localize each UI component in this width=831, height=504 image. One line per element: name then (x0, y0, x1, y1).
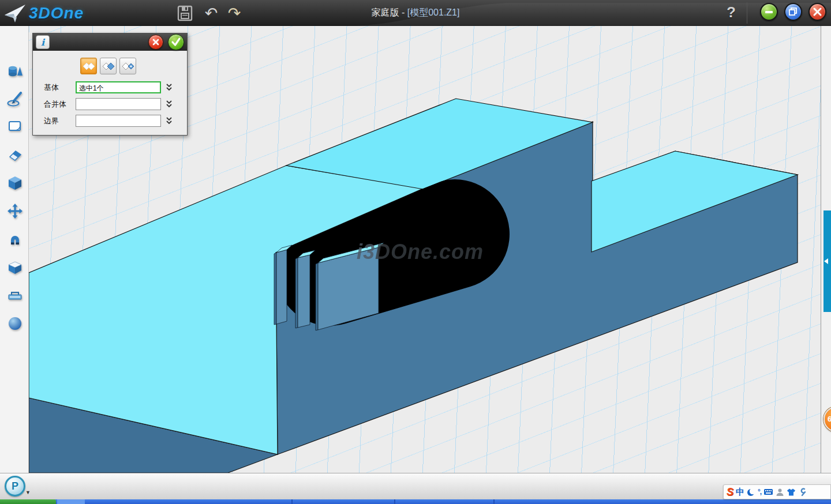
double-chevron-down-icon (165, 82, 173, 92)
app-window: 3DOne ↶ ↷ 家庭版 - [模型001.Z1] ? (0, 0, 831, 504)
dialog-row-base: 基体 选中1个 (38, 81, 182, 93)
boolean-intersect-icon (121, 61, 135, 72)
move-icon (7, 203, 23, 219)
magnet-icon (7, 231, 23, 247)
boolean-dialog: i (32, 33, 188, 136)
sphere-icon (7, 315, 23, 332)
shirt-icon[interactable] (787, 488, 796, 497)
titlebar-divider (747, 2, 747, 24)
window-title-document: [模型001.Z1] (407, 7, 460, 17)
taskbar-divider (394, 499, 395, 504)
minimize-button[interactable] (760, 3, 778, 21)
cancel-x-icon (151, 37, 160, 47)
restore-button[interactable] (784, 3, 802, 21)
redo-button[interactable]: ↷ (224, 4, 244, 22)
fin2-front-face (298, 255, 310, 328)
measure-icon (7, 287, 23, 303)
redo-icon: ↷ (228, 6, 241, 21)
boolean-mode-buttons (80, 58, 182, 74)
double-chevron-down-icon (165, 99, 173, 109)
measure-button[interactable] (5, 285, 25, 305)
save-icon (177, 5, 193, 21)
window-title-edition: 家庭版 - (372, 7, 407, 17)
save-button[interactable] (175, 4, 194, 22)
boundary-expand-button[interactable] (165, 116, 173, 126)
titlebar: 3DOne ↶ ↷ 家庭版 - [模型001.Z1] ? (0, 0, 831, 26)
merge-body-expand-button[interactable] (165, 99, 173, 109)
taskbar-divider (291, 499, 293, 504)
base-body-input[interactable]: 选中1个 (76, 81, 161, 93)
pattern-p-button[interactable]: P (5, 476, 25, 497)
sogou-logo-icon[interactable]: S (727, 487, 733, 497)
close-icon (810, 4, 825, 20)
fin1-front-face (276, 250, 287, 324)
lang-chinese-button[interactable]: 中 (736, 487, 744, 498)
merge-body-input[interactable] (76, 98, 161, 110)
boolean-add-icon (82, 61, 96, 72)
wrench-icon[interactable] (798, 488, 807, 497)
feature-cube-button[interactable] (5, 173, 25, 193)
help-button[interactable]: ? (723, 3, 740, 21)
restore-icon (785, 4, 801, 20)
merge-body-label: 合并体 (38, 99, 76, 110)
eraser-icon (7, 147, 23, 163)
moon-icon[interactable] (747, 488, 755, 497)
paper-plane-icon (3, 2, 27, 24)
base-body-expand-button[interactable] (165, 82, 173, 92)
collapse-left-arrow-icon (824, 258, 828, 264)
info-icon[interactable]: i (36, 35, 50, 49)
base-body-label: 基体 (38, 82, 76, 93)
feature-cube-icon (7, 175, 23, 191)
dialog-cancel-button[interactable] (148, 35, 163, 50)
fin1-side-face (274, 253, 276, 325)
fin2-side-face (295, 258, 298, 328)
boolean-subtract-button[interactable] (100, 58, 117, 74)
dialog-confirm-button[interactable] (168, 34, 184, 50)
sketch-plane-button[interactable] (5, 117, 25, 137)
app-logo: 3DOne (3, 2, 84, 24)
close-button[interactable] (808, 3, 826, 21)
primitives-icon (7, 63, 23, 79)
boolean-add-button[interactable] (80, 58, 97, 74)
magnet-button[interactable] (5, 230, 25, 249)
left-toolbar (0, 26, 29, 473)
taskbar-divider (493, 499, 495, 504)
undo-button[interactable]: ↶ (201, 4, 221, 22)
fin3-side-face (316, 263, 318, 330)
punctuation-icon[interactable]: °, (758, 488, 761, 496)
boundary-input[interactable] (76, 115, 161, 127)
dialog-row-boundary: 边界 (38, 115, 182, 127)
window-title: 家庭版 - [模型001.Z1] (372, 7, 460, 19)
boundary-label: 边界 (38, 116, 76, 126)
primitives-button[interactable] (5, 61, 25, 81)
dialog-body: 基体 选中1个 合并体 (33, 51, 187, 135)
sketch-pen-icon (7, 91, 23, 107)
material-box-icon (7, 259, 23, 276)
double-chevron-down-icon (165, 116, 173, 126)
ime-toolbar: S 中 °, (723, 484, 831, 499)
quick-launch[interactable] (57, 499, 85, 504)
watermark: i3DOne.com (357, 240, 484, 264)
sphere-button[interactable] (5, 314, 25, 333)
dialog-row-merge: 合并体 (38, 98, 182, 110)
windows-taskbar[interactable] (0, 499, 831, 504)
keyboard-icon[interactable] (763, 488, 773, 496)
undo-icon: ↶ (205, 6, 218, 21)
boolean-subtract-icon (102, 61, 115, 72)
person-icon[interactable] (776, 488, 784, 497)
confirm-check-icon (170, 36, 182, 48)
p-dropdown-caret[interactable]: ▼ (25, 490, 31, 495)
side-panel-tab[interactable] (823, 210, 831, 312)
move-button[interactable] (5, 201, 25, 221)
material-box-button[interactable] (5, 258, 25, 277)
sketch-pen-button[interactable] (5, 89, 25, 109)
start-button[interactable] (0, 499, 56, 504)
app-name: 3DOne (29, 4, 84, 22)
bottom-toolbar: P ▼ (0, 473, 831, 499)
boolean-intersect-button[interactable] (119, 58, 136, 74)
sketch-plane-icon (7, 119, 23, 135)
minimize-icon (765, 11, 773, 13)
dialog-header: i (33, 33, 187, 51)
eraser-button[interactable] (5, 145, 25, 165)
